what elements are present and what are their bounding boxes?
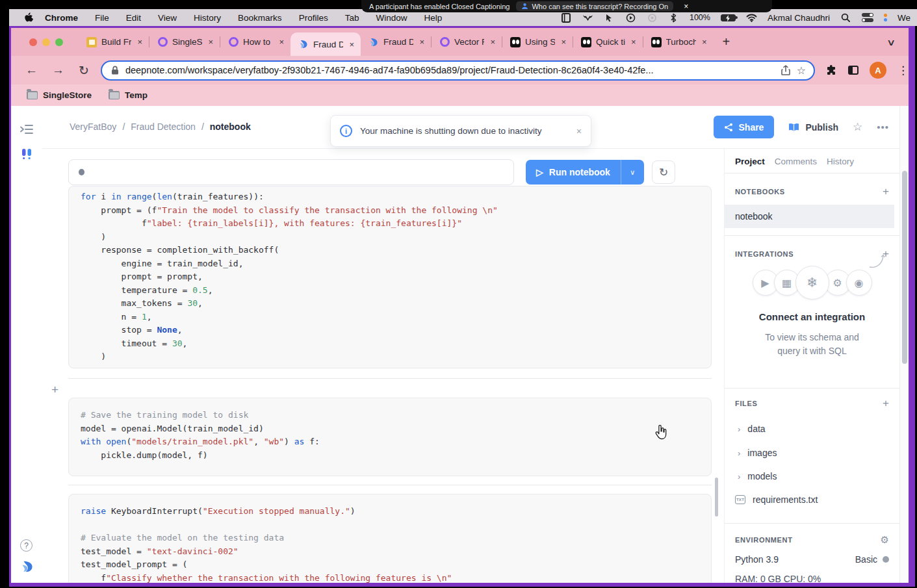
tab-close-icon[interactable]: × [490, 37, 495, 47]
run-options-chevron[interactable]: ∨ [621, 160, 644, 185]
control-center-icon[interactable] [862, 13, 873, 22]
banner-close-icon[interactable]: × [684, 2, 688, 11]
tab-fraud-detection-active[interactable]: Fraud D × [291, 32, 361, 56]
tab-close-icon[interactable]: × [349, 40, 354, 49]
tab-close-icon[interactable]: × [561, 37, 566, 47]
forward-button[interactable]: → [52, 63, 64, 77]
menu-file[interactable]: File [95, 13, 109, 23]
bat-app-icon[interactable] [582, 13, 593, 23]
reload-button[interactable]: ↻ [79, 63, 89, 78]
more-options-icon[interactable]: ••• [877, 121, 889, 133]
tab-turbocharge[interactable]: Turboch × [643, 31, 714, 53]
tab-close-icon[interactable]: × [419, 37, 424, 47]
code-cell-evaluate[interactable]: raise KeyboardInterrupt("Execution stopp… [68, 494, 712, 583]
bookmark-star-icon[interactable]: ☆ [797, 64, 806, 77]
address-bar[interactable]: deepnote.com/workspace/veryfatboy-2f930b… [101, 60, 815, 81]
tab-search-chevron-icon[interactable]: ∨ [886, 37, 896, 47]
cursor-app-icon[interactable] [604, 13, 615, 23]
tab-close-icon[interactable]: × [631, 37, 636, 47]
menu-view[interactable]: View [158, 13, 177, 23]
airplay-icon[interactable] [647, 13, 658, 23]
page-scrollbar[interactable] [899, 106, 909, 583]
battery-icon[interactable] [721, 14, 736, 21]
tab-close-icon[interactable]: × [137, 37, 142, 47]
new-tab-button[interactable]: + [723, 34, 730, 49]
help-icon[interactable]: ? [20, 539, 32, 552]
folder-row-models[interactable]: › models [738, 471, 777, 481]
minimize-window-button[interactable] [42, 38, 50, 46]
chrome-menu-icon[interactable]: ⋮ [898, 64, 909, 77]
tab-quick-tip[interactable]: Quick ti × [573, 31, 643, 53]
menu-bookmarks[interactable]: Bookmarks [238, 13, 282, 23]
menubar-username[interactable]: Akmal Chaudhri [768, 13, 830, 23]
tab-how-to[interactable]: How to I × [220, 31, 291, 53]
integration-icon-postgres[interactable]: ◉ [846, 270, 872, 296]
notebook-app-icon[interactable] [561, 13, 572, 23]
sidebar-tab-project[interactable]: Project [735, 157, 765, 166]
favorite-star-icon[interactable]: ☆ [853, 120, 862, 134]
run-notebook-button[interactable]: ▷ Run notebook [526, 160, 621, 185]
code-cell-train-loop[interactable]: for i in range(len(train_features)): pro… [68, 186, 712, 368]
tab-using-s[interactable]: Using S × [502, 31, 573, 53]
wifi-icon[interactable] [746, 13, 757, 23]
add-file-button[interactable]: + [883, 397, 889, 410]
project-sidebar: Project Comments History NOTEBOOKS + not… [724, 149, 899, 583]
sidebar-tab-comments[interactable]: Comments [775, 157, 817, 166]
menu-window[interactable]: Window [376, 13, 407, 23]
menubar-extra-app-icon[interactable] [884, 14, 887, 21]
environment-settings-gear-icon[interactable]: ⚙ [881, 534, 889, 546]
folder-icon [27, 91, 38, 99]
apple-logo-icon[interactable] [23, 12, 33, 23]
transcript-pill[interactable]: Who can see this transcript? Recording O… [516, 1, 673, 11]
sidebar-tab-history[interactable]: History [827, 157, 854, 166]
menu-chrome[interactable]: Chrome [45, 13, 78, 23]
breadcrumb-project[interactable]: Fraud Detection [131, 121, 196, 132]
table-of-contents-icon[interactable] [20, 147, 33, 160]
txt-file-icon: TXT [735, 495, 745, 504]
profile-avatar[interactable]: A [870, 62, 886, 79]
page-scrollbar-thumb[interactable] [902, 171, 907, 364]
tab-build-fra[interactable]: Build Fra × [79, 31, 149, 53]
extensions-puzzle-icon[interactable] [825, 64, 837, 76]
share-button[interactable]: Share [714, 116, 775, 138]
tab-close-icon[interactable]: × [702, 37, 707, 47]
menu-edit[interactable]: Edit [126, 13, 141, 23]
bookmark-folder-temp[interactable]: Temp [109, 90, 148, 100]
spotlight-search-icon[interactable] [840, 13, 851, 23]
collapse-sidebar-icon[interactable] [20, 124, 33, 134]
tab-vector[interactable]: Vector F × [432, 31, 502, 53]
share-page-icon[interactable] [781, 65, 790, 75]
add-notebook-button[interactable]: + [883, 185, 889, 198]
toast-close-icon[interactable]: × [576, 126, 582, 136]
menu-profiles[interactable]: Profiles [299, 13, 328, 23]
tab-close-icon[interactable]: × [279, 37, 284, 47]
restart-machine-button[interactable]: ↻ [652, 160, 675, 184]
bluetooth-icon[interactable] [668, 13, 679, 23]
sidebar-item-notebook[interactable]: notebook [725, 205, 894, 228]
env-plan[interactable]: Basic [855, 554, 889, 565]
folder-row-images[interactable]: › images [738, 448, 777, 458]
menu-tab[interactable]: Tab [345, 13, 359, 23]
publish-button[interactable]: Publish [788, 122, 838, 133]
menu-help[interactable]: Help [424, 13, 442, 23]
tab-singlestore[interactable]: SingleSt × [149, 31, 220, 53]
back-button[interactable]: ← [25, 63, 38, 77]
side-panel-icon[interactable] [848, 66, 859, 75]
file-row-requirements[interactable]: TXT requirements.txt [735, 494, 818, 505]
bookmark-folder-singlestore[interactable]: SingleStore [27, 90, 92, 100]
maximize-window-button[interactable] [55, 38, 63, 46]
code-cell-save-model[interactable]: # Save the training model to diskmodel =… [68, 398, 712, 476]
ai-prompt-cell[interactable] [68, 159, 514, 185]
tab-fraud-detection-2[interactable]: Fraud D × [361, 31, 431, 53]
breadcrumb-workspace[interactable]: VeryFatBoy [70, 121, 116, 132]
add-cell-button[interactable]: + [51, 383, 58, 397]
tab-close-icon[interactable]: × [208, 37, 213, 47]
project-header: VeryFatBoy / Fraud Detection / notebook … [42, 106, 899, 149]
notebook-scrollbar-thumb[interactable] [715, 478, 718, 517]
tab-strip: Build Fra × SingleSt × How to I × Fraud … [11, 28, 909, 56]
close-window-button[interactable] [29, 38, 37, 46]
menu-history[interactable]: History [194, 13, 221, 23]
play-circle-icon[interactable] [625, 13, 636, 23]
folder-row-data[interactable]: › data [738, 424, 766, 434]
integration-icon-snowflake[interactable]: ❄ [795, 266, 829, 300]
